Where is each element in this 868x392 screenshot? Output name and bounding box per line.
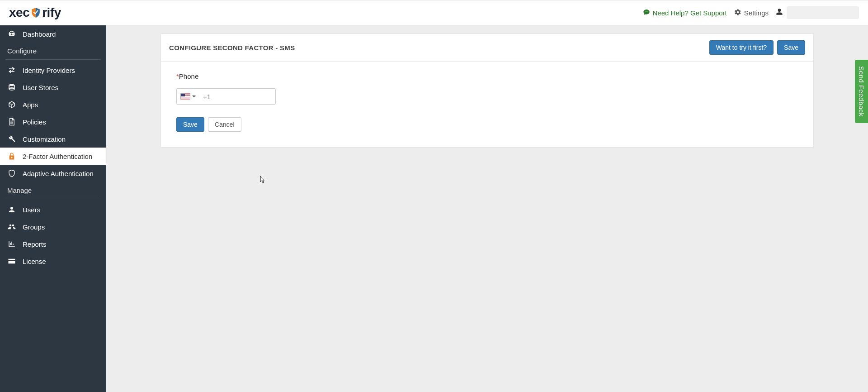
sidebar-label: Groups bbox=[23, 223, 45, 231]
panel-title: CONFIGURE SECOND FACTOR - SMS bbox=[169, 44, 295, 52]
chat-icon bbox=[643, 9, 650, 17]
document-icon bbox=[7, 118, 16, 126]
sidebar-label: License bbox=[23, 258, 46, 265]
configure-sms-panel: CONFIGURE SECOND FACTOR - SMS Want to tr… bbox=[160, 33, 814, 148]
svg-point-2 bbox=[647, 11, 648, 12]
sidebar: Dashboard Configure Identity Providers U… bbox=[0, 25, 106, 392]
shield-small-icon bbox=[7, 169, 16, 177]
sidebar-section-manage: Manage bbox=[0, 182, 106, 197]
save-top-button[interactable]: Save bbox=[777, 40, 805, 55]
sidebar-label: Reports bbox=[23, 240, 47, 248]
panel-header: CONFIGURE SECOND FACTOR - SMS Want to tr… bbox=[161, 34, 813, 62]
divider bbox=[5, 199, 101, 199]
try-first-button[interactable]: Want to try it first? bbox=[709, 40, 774, 55]
card-icon bbox=[7, 257, 16, 265]
logo-text-prefix: xec bbox=[9, 5, 29, 20]
phone-label: *Phone bbox=[176, 72, 798, 80]
svg-point-3 bbox=[9, 84, 14, 86]
sidebar-label: Policies bbox=[23, 118, 46, 126]
exchange-icon bbox=[7, 66, 16, 74]
topbar-right: Need Help? Get Support Settings bbox=[643, 6, 859, 19]
wrench-icon bbox=[7, 135, 16, 143]
us-flag-icon bbox=[180, 93, 190, 100]
logo-text-suffix: rify bbox=[42, 5, 61, 20]
gear-icon bbox=[734, 9, 741, 17]
sidebar-item-policies[interactable]: Policies bbox=[0, 113, 106, 130]
sidebar-item-license[interactable]: License bbox=[0, 253, 106, 270]
sidebar-section-configure: Configure bbox=[0, 43, 106, 57]
svg-point-0 bbox=[645, 11, 646, 12]
sidebar-item-customization[interactable]: Customization bbox=[0, 130, 106, 148]
send-feedback-tab[interactable]: Send Feedback bbox=[855, 60, 868, 123]
cancel-button[interactable]: Cancel bbox=[208, 117, 241, 132]
sidebar-item-users[interactable]: Users bbox=[0, 201, 106, 218]
form-actions: Save Cancel bbox=[176, 117, 798, 132]
sidebar-item-adaptive-auth[interactable]: Adaptive Authentication bbox=[0, 165, 106, 182]
sidebar-item-user-stores[interactable]: User Stores bbox=[0, 79, 106, 96]
chart-icon bbox=[7, 240, 16, 248]
sidebar-item-2fa[interactable]: 2-Factor Authentication bbox=[0, 148, 106, 165]
sidebar-item-identity-providers[interactable]: Identity Providers bbox=[0, 62, 106, 79]
save-button[interactable]: Save bbox=[176, 117, 204, 132]
sidebar-label: Apps bbox=[23, 101, 38, 109]
settings-link[interactable]: Settings bbox=[734, 9, 769, 17]
svg-point-1 bbox=[646, 11, 647, 12]
phone-label-text: Phone bbox=[179, 72, 198, 80]
divider bbox=[5, 59, 101, 60]
dashboard-icon bbox=[7, 30, 16, 38]
user-name-placeholder bbox=[787, 6, 859, 19]
sidebar-label: Customization bbox=[23, 135, 66, 143]
user-menu[interactable] bbox=[776, 6, 859, 19]
sidebar-label: Users bbox=[23, 206, 40, 214]
sidebar-item-reports[interactable]: Reports bbox=[0, 235, 106, 253]
topbar: xec rify Need Help? Get Support Settings bbox=[0, 0, 868, 25]
phone-input-group bbox=[176, 88, 276, 105]
sidebar-item-dashboard[interactable]: Dashboard bbox=[0, 25, 106, 43]
person-icon bbox=[7, 206, 16, 214]
sidebar-label: Adaptive Authentication bbox=[23, 170, 94, 177]
main-content: CONFIGURE SECOND FACTOR - SMS Want to tr… bbox=[106, 25, 868, 392]
panel-body: *Phone Save Cancel bbox=[161, 62, 813, 147]
cube-icon bbox=[7, 100, 16, 109]
sidebar-item-groups[interactable]: Groups bbox=[0, 218, 106, 235]
brand-logo[interactable]: xec rify bbox=[9, 5, 61, 20]
group-icon bbox=[7, 223, 16, 231]
lock-icon bbox=[7, 152, 16, 160]
phone-input[interactable] bbox=[199, 89, 276, 104]
user-icon bbox=[776, 8, 783, 17]
panel-actions: Want to try it first? Save bbox=[709, 40, 805, 55]
database-icon bbox=[7, 83, 16, 91]
chevron-down-icon bbox=[192, 96, 196, 97]
sidebar-label: Identity Providers bbox=[23, 67, 75, 74]
help-support-link[interactable]: Need Help? Get Support bbox=[643, 9, 727, 17]
sidebar-label: Dashboard bbox=[23, 30, 56, 38]
sidebar-label: 2-Factor Authentication bbox=[23, 153, 92, 160]
shield-icon bbox=[30, 7, 42, 19]
sidebar-label: User Stores bbox=[23, 84, 58, 91]
sidebar-item-apps[interactable]: Apps bbox=[0, 96, 106, 113]
country-selector[interactable] bbox=[177, 89, 199, 104]
help-label: Need Help? Get Support bbox=[653, 9, 727, 17]
settings-label: Settings bbox=[744, 9, 769, 17]
